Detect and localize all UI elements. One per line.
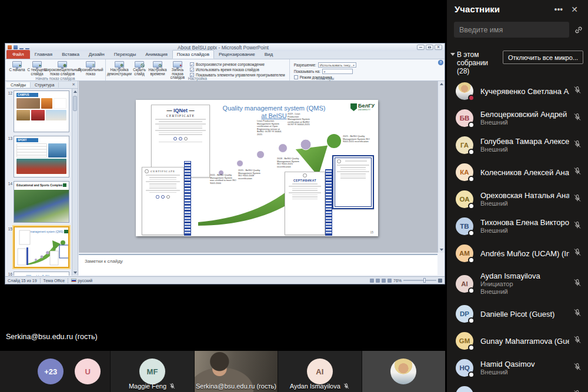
tab-outline[interactable]: Структура <box>31 82 59 88</box>
resolution-dropdown[interactable]: Использовать теку... <box>318 62 356 68</box>
monitor-play-icon: ▸ <box>12 61 22 68</box>
tab-slideshow[interactable]: Показ слайдов <box>172 50 214 59</box>
participant-row[interactable]: DP Danielle Picot (Guest) <box>447 300 588 327</box>
zoom-slider[interactable] <box>403 280 436 281</box>
thumbnail-slide-13[interactable]: 13 SPORT <box>6 136 71 177</box>
link-icon[interactable] <box>574 25 583 35</box>
mic-off-icon[interactable] <box>573 335 582 344</box>
participant-row[interactable]: GM Gunay Maharramova (Guest) <box>447 327 588 354</box>
redo-icon[interactable] <box>25 45 29 49</box>
participant-name: Тихонова Елена Викторовна <box>480 218 569 227</box>
tab-file[interactable]: Файл <box>6 50 30 59</box>
meeting-window: About BelSU.pptx - Microsoft PowerPoint … <box>0 0 588 392</box>
avatar-u: U <box>75 359 101 384</box>
participant-row[interactable]: КА Колесников Алексей Анатол... <box>447 159 588 186</box>
search-input[interactable] <box>454 22 569 38</box>
reading-view-icon[interactable] <box>382 279 386 283</box>
mic-off-icon[interactable] <box>573 193 582 203</box>
maximize-icon[interactable] <box>426 45 433 50</box>
participant-row[interactable]: ТВ Тихонова Елена Викторовна Внешний <box>447 213 588 240</box>
mic-off-icon[interactable] <box>573 139 582 149</box>
language-label[interactable]: русский <box>78 279 92 283</box>
fit-to-window-icon[interactable] <box>438 279 442 283</box>
broadcast-slideshow-button[interactable]: ◍Широковещательный показ слайдов <box>47 61 78 76</box>
help-icon[interactable]: ? <box>438 60 443 65</box>
mic-off-icon[interactable] <box>573 85 582 95</box>
overflow-tile[interactable]: +23 U <box>0 351 110 392</box>
thumb-title: SPORT <box>16 138 38 142</box>
video-tile-photo[interactable] <box>362 351 445 392</box>
avatar: БВ <box>456 109 473 127</box>
collapse-chevron-icon[interactable] <box>450 53 455 56</box>
mic-off-icon[interactable] <box>573 389 582 392</box>
normal-view-icon[interactable] <box>370 279 374 283</box>
play-narrations-checkbox[interactable]: ✓Воспроизвести речевое сопровождение <box>190 62 285 66</box>
participant-row[interactable]: AM Andrés Muñoz (UCAM) (Invita... <box>447 240 588 267</box>
video-tile-aydan[interactable]: AI Aydan Ismayilova <box>278 351 361 392</box>
canvas-scrollbar[interactable] <box>437 81 445 253</box>
thumbnail-slide-15-selected[interactable]: 15 Quality management system (QMS) <box>6 226 71 268</box>
video-tile-maggie-feng[interactable]: MF Maggie Feng <box>111 351 193 392</box>
participant-row[interactable]: AI Aydan Ismayilova Инициатор Внешний <box>447 267 588 300</box>
from-beginning-button[interactable]: ▸С начала <box>7 61 27 72</box>
participant-name: Gunay Maharramova (Guest) <box>480 337 569 346</box>
tab-animations[interactable]: Анимация <box>141 50 172 59</box>
thumbnail-slide-16[interactable]: 16 QMS model at BelSU <box>6 272 71 276</box>
mic-off-icon[interactable] <box>573 247 582 257</box>
quick-access-toolbar[interactable] <box>8 45 29 49</box>
rehearse-timings-button[interactable]: ◷Настройка времени <box>148 61 168 76</box>
mute-all-button[interactable]: Отключить все микро... <box>503 51 583 64</box>
window-controls[interactable] <box>417 45 442 50</box>
participant-row[interactable]: Кучерявенко Светлана Алек... <box>447 78 588 105</box>
tab-home[interactable]: Главная <box>30 50 57 59</box>
window-title: About BelSU.pptx - Microsoft PowerPoint <box>29 45 417 51</box>
monitor-globe-icon: ◍ <box>58 61 67 68</box>
tab-slides[interactable]: Слайды <box>6 82 31 88</box>
current-slide: IQNet CERTIFICATE Quality management sys… <box>136 100 378 236</box>
theme-name: Тема Office <box>44 279 65 283</box>
use-timings-checkbox[interactable]: ✓Использовать время показа слайдов <box>190 68 285 72</box>
tab-review[interactable]: Рецензирование <box>214 50 260 59</box>
participant-row[interactable]: ГА Голубева Тамара Алексеевна Внешний <box>447 132 588 159</box>
presence-dot <box>468 287 475 294</box>
participant-row[interactable]: HQ Hamid Qasimov Внешний <box>447 354 588 381</box>
save-icon[interactable] <box>14 45 18 49</box>
thumbs-scrollbar[interactable] <box>72 89 78 276</box>
more-options-icon[interactable]: ••• <box>550 5 567 14</box>
setup-slideshow-button[interactable]: ⚙Настройка демонстрации <box>108 61 131 76</box>
show-on-row: Показывать на: <box>294 69 356 74</box>
tab-transitions[interactable]: Переходы <box>109 50 141 59</box>
video-tile-serkina[interactable]: Serkina@bsu.edu.ru (гость) <box>195 351 278 392</box>
hide-slide-button[interactable]: ⃠Скрыть слайд <box>131 61 148 76</box>
sorter-view-icon[interactable] <box>376 279 380 283</box>
close-panel-icon[interactable]: ✕ <box>567 5 582 14</box>
mic-off-icon[interactable] <box>573 308 582 317</box>
notes-pane[interactable]: Заметки к слайду <box>79 254 437 275</box>
participant-row[interactable]: БВ Белоцерковский Андрей Вл... Внешний <box>447 105 588 132</box>
milestone-2019: 2019 - Lean Production Management System… <box>288 113 311 126</box>
undo-icon[interactable] <box>19 45 24 49</box>
custom-slideshow-button[interactable]: ≡Произвольный показ <box>78 61 103 76</box>
presence-dot <box>468 371 475 378</box>
avatar <box>456 82 473 100</box>
close-thumbs-icon[interactable]: ✕ <box>72 82 78 87</box>
participant-sublabel: Внешний <box>480 200 569 207</box>
tab-view[interactable]: Вид <box>260 50 278 59</box>
tab-design[interactable]: Дизайн <box>84 50 109 59</box>
close-icon[interactable] <box>435 45 442 50</box>
participant-row[interactable]: IK Igor Koskov (BelSU) (гость) <box>447 381 588 392</box>
tab-insert[interactable]: Вставка <box>57 50 84 59</box>
mic-off-icon[interactable] <box>573 220 582 230</box>
show-on-dropdown[interactable] <box>322 69 353 74</box>
thumbnail-slide-14[interactable]: 14 Educational and Sports Complex <box>6 181 71 223</box>
participant-row[interactable]: ОА Ореховская Наталья Анатол... Внешний <box>447 186 588 213</box>
thumbnail-slide-12[interactable]: 12 CAMPUS <box>6 91 71 132</box>
mic-off-icon[interactable] <box>573 112 582 122</box>
mic-off-icon[interactable] <box>573 278 582 287</box>
mic-off-icon[interactable] <box>573 166 582 176</box>
slideshow-view-icon[interactable] <box>387 279 392 283</box>
hide-slide-icon: ⃠ <box>135 61 144 68</box>
minimize-icon[interactable] <box>417 45 425 50</box>
participant-sublabel: Внешний <box>480 288 569 296</box>
mic-off-icon[interactable] <box>573 362 582 371</box>
